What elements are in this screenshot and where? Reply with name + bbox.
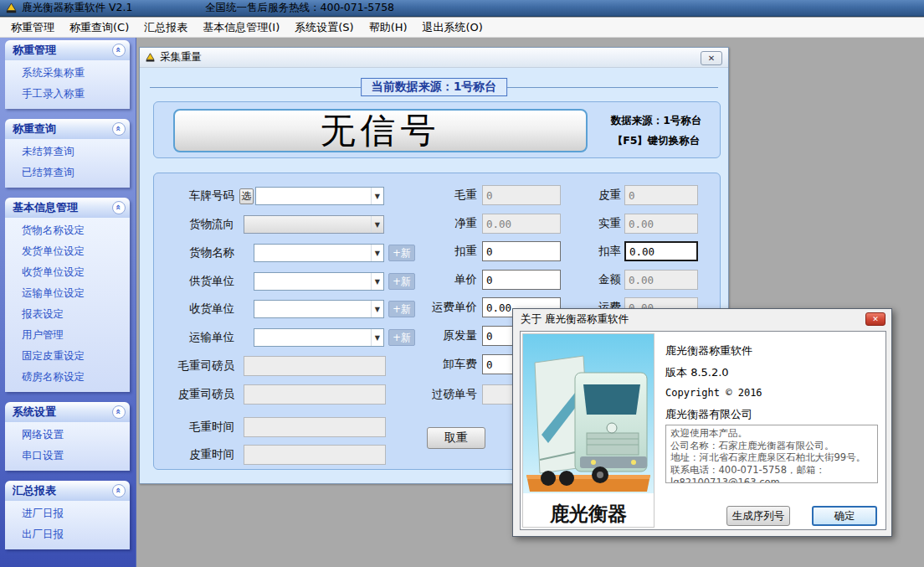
- menu-weigh-management[interactable]: 称重管理: [3, 18, 62, 38]
- chevron-up-icon[interactable]: «: [112, 44, 126, 57]
- sidebar-header-summary-report[interactable]: 汇总报表 «: [5, 481, 130, 501]
- tare-time-row: 皮重时间: [154, 444, 422, 466]
- about-copyright: Copyright © 2016: [665, 387, 762, 399]
- sidebar-items: 未结算查询 已结算查询: [5, 139, 130, 188]
- sidebar-item-outbound-daily-report[interactable]: 出厂日报: [5, 524, 130, 545]
- amount-label: 金额: [547, 272, 621, 287]
- about-dialog-title: 关于 鹿光衡器称重软件: [521, 312, 629, 327]
- original-quantity-label: 原发量: [397, 328, 477, 343]
- sidebar-header-system-settings[interactable]: 系统设置 «: [5, 402, 130, 422]
- sidebar-panel-basic-info: 基本信息管理 « 货物名称设定 发货单位设定 收货单位设定 运输单位设定 报表设…: [5, 198, 130, 392]
- sidebar-header-label: 基本信息管理: [13, 200, 78, 215]
- tare-time-field[interactable]: [244, 445, 386, 465]
- take-weight-button[interactable]: 取重: [427, 427, 485, 449]
- sidebar-items: 进厂日报 出厂日报: [5, 501, 130, 549]
- switch-scale-hint: 【F5】键切换称台: [613, 134, 701, 148]
- gross-time-field[interactable]: [244, 417, 386, 437]
- sidebar-panel-summary-report: 汇总报表 « 进厂日报 出厂日报: [5, 481, 130, 549]
- about-product-name: 鹿光衡器称重软件: [665, 343, 752, 358]
- sidebar-item-goods-name-setting[interactable]: 货物名称设定: [5, 220, 130, 241]
- deduct-rate-field[interactable]: [624, 241, 698, 261]
- sidebar-item-transport-unit-setting[interactable]: 运输单位设定: [5, 283, 130, 304]
- about-dialog-titlebar[interactable]: 关于 鹿光衡器称重软件: [513, 309, 891, 329]
- truck-illustration: 鹿光衡器: [523, 334, 654, 527]
- amount-row: 金额: [154, 269, 721, 291]
- close-icon[interactable]: ✕: [701, 51, 722, 65]
- tare-weight-label: 皮重: [547, 188, 621, 203]
- tare-weight-row: 皮重: [154, 184, 721, 206]
- sidebar: 称重管理 « 系统采集称重 手工录入称重 称重查询 « 未结算查询 已结算查询 …: [0, 38, 136, 567]
- menu-bar: 称重管理 称重查询(C) 汇总报表 基本信息管理(I) 系统设置(S) 帮助(H…: [0, 18, 924, 38]
- sidebar-item-unsettled-query[interactable]: 未结算查询: [5, 142, 130, 162]
- sidebar-panel-weigh-query: 称重查询 « 未结算查询 已结算查询: [5, 119, 130, 188]
- sidebar-items: 货物名称设定 发货单位设定 收货单位设定 运输单位设定 报表设定 用户管理 固定…: [5, 218, 130, 392]
- sidebar-item-report-setting[interactable]: 报表设定: [5, 304, 130, 325]
- sidebar-header-weigh-management[interactable]: 称重管理 «: [5, 40, 130, 60]
- unload-fee-label: 卸车费: [397, 357, 477, 372]
- sidebar-item-system-collect-weigh[interactable]: 系统采集称重: [5, 63, 130, 84]
- sidebar-item-settled-query[interactable]: 已结算查询: [5, 162, 130, 183]
- menu-basic-info[interactable]: 基本信息管理(I): [195, 18, 287, 38]
- sidebar-item-weighhouse-name-setting[interactable]: 磅房名称设定: [5, 367, 130, 388]
- app-logo-icon: [5, 3, 18, 14]
- app-titlebar: 鹿光衡器称重软件 V2.1 全国统一售后服务热线：400-071-5758: [0, 0, 924, 17]
- sidebar-items: 系统采集称重 手工录入称重: [5, 60, 130, 109]
- about-dialog: 关于 鹿光衡器称重软件 ✕: [512, 308, 892, 537]
- menu-summary-report[interactable]: 汇总报表: [136, 18, 195, 38]
- sidebar-item-inbound-daily-report[interactable]: 进厂日报: [5, 503, 130, 524]
- deduct-rate-label: 扣率: [547, 244, 621, 259]
- amount-field[interactable]: [624, 270, 698, 290]
- sidebar-header-label: 称重查询: [13, 121, 56, 137]
- sidebar-header-basic-info[interactable]: 基本信息管理 «: [5, 198, 130, 218]
- menu-system-settings[interactable]: 系统设置(S): [287, 18, 361, 38]
- truck-photo: 鹿光衡器: [522, 333, 654, 528]
- chevron-up-icon[interactable]: «: [112, 405, 126, 419]
- source-info: 数据来源：1号称台 【F5】键切换称台: [593, 102, 719, 159]
- about-version: 版本 8.5.2.0: [665, 365, 729, 380]
- svg-text:鹿光衡器: 鹿光衡器: [549, 502, 627, 524]
- sidebar-panel-weigh-management: 称重管理 « 系统采集称重 手工录入称重: [5, 40, 130, 109]
- chevron-up-icon[interactable]: «: [112, 201, 126, 214]
- sidebar-header-label: 系统设置: [13, 405, 56, 420]
- close-icon[interactable]: ✕: [865, 312, 886, 326]
- menu-exit[interactable]: 退出系统(O): [415, 18, 490, 38]
- chevron-up-icon[interactable]: «: [112, 122, 126, 136]
- window-logo-icon: [145, 53, 156, 63]
- generate-serial-button[interactable]: 生成序列号: [726, 506, 790, 526]
- chevron-up-icon[interactable]: «: [112, 484, 126, 497]
- gross-time-label: 毛重时间: [157, 420, 234, 435]
- tare-time-label: 皮重时间: [157, 447, 234, 462]
- actual-weight-field[interactable]: [624, 214, 698, 234]
- weigh-ticket-number-label: 过磅单号: [397, 387, 477, 402]
- about-info-box: 欢迎使用本产品。 公司名称：石家庄鹿光衡器有限公司。 地址：河北省石家庄鹿泉区石…: [665, 425, 878, 483]
- sidebar-header-weigh-query[interactable]: 称重查询 «: [5, 119, 130, 139]
- sidebar-item-sender-unit-setting[interactable]: 发货单位设定: [5, 241, 130, 262]
- source-line: 数据来源：1号称台: [611, 114, 702, 128]
- sidebar-item-fixed-tare-setting[interactable]: 固定皮重设定: [5, 346, 130, 367]
- current-source-legend: 当前数据来源：1号称台: [361, 78, 508, 96]
- tare-weight-field[interactable]: [624, 185, 698, 205]
- menu-weigh-query[interactable]: 称重查询(C): [62, 18, 136, 38]
- sidebar-item-serial-port-settings[interactable]: 串口设置: [5, 446, 130, 466]
- actual-weight-label: 实重: [547, 216, 621, 231]
- signal-panel: 无信号 数据来源：1号称台 【F5】键切换称台: [153, 101, 721, 158]
- hotline-text: 全国统一售后服务热线：400-071-5758: [205, 1, 394, 15]
- sidebar-item-user-management[interactable]: 用户管理: [5, 325, 130, 346]
- capture-window-title: 采集重量: [160, 50, 202, 64]
- sidebar-item-receiver-unit-setting[interactable]: 收货单位设定: [5, 262, 130, 283]
- sidebar-header-label: 汇总报表: [13, 483, 56, 498]
- gross-time-row: 毛重时间: [154, 416, 422, 438]
- ok-button[interactable]: 确定: [812, 506, 877, 526]
- capture-window-titlebar[interactable]: 采集重量: [140, 48, 728, 68]
- actual-weight-row: 实重: [154, 213, 721, 235]
- about-company: 鹿光衡器有限公司: [665, 407, 752, 422]
- sidebar-item-network-settings[interactable]: 网络设置: [5, 425, 130, 446]
- sidebar-item-manual-entry-weigh[interactable]: 手工录入称重: [5, 84, 130, 105]
- about-dialog-content: 鹿光衡器 鹿光衡器称重软件 版本 8.5.2.0 Copyright © 201…: [520, 331, 886, 530]
- menu-help[interactable]: 帮助(H): [362, 18, 415, 38]
- weight-signal-display: 无信号: [173, 109, 588, 152]
- sidebar-panel-system-settings: 系统设置 « 网络设置 串口设置: [5, 402, 130, 471]
- sidebar-items: 网络设置 串口设置: [5, 422, 130, 471]
- sidebar-header-label: 称重管理: [13, 43, 56, 58]
- deduct-rate-row: 扣率: [154, 240, 721, 262]
